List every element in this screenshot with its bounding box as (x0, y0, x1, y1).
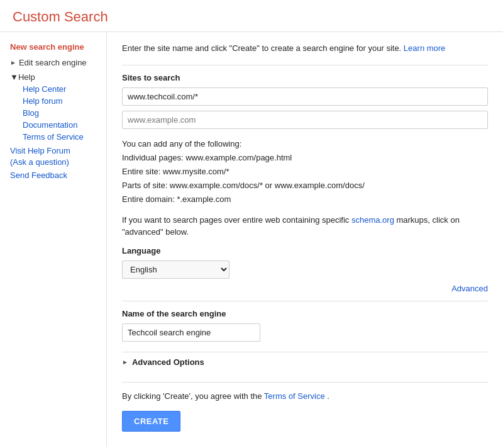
sidebar-item-help-center[interactable]: Help Center (23, 83, 106, 95)
name-section: Name of the search engine (122, 309, 488, 342)
create-button[interactable]: CREATE (122, 411, 180, 432)
chevron-right-icon-advanced: ► (122, 359, 128, 366)
schema-note: If you want to search pages over entire … (122, 214, 488, 238)
language-label: Language (122, 246, 488, 255)
header: Custom Search (0, 0, 503, 32)
sidebar-item-help-forum[interactable]: Help forum (23, 95, 106, 107)
tos-link[interactable]: Terms of Service (264, 391, 325, 401)
advanced-options-row[interactable]: ► Advanced Options (122, 352, 488, 372)
hint-line-2: Entire site: www.mysite.com/* (122, 165, 488, 179)
learn-more-link[interactable]: Learn more (404, 43, 445, 53)
sidebar: New search engine ► Edit search engine ▼… (0, 32, 107, 447)
name-input[interactable] (122, 323, 260, 342)
sites-input-placeholder[interactable] (122, 111, 488, 129)
sites-section-label: Sites to search (122, 73, 488, 82)
language-section: Language English Afrikaans Albanian Arab… (122, 246, 488, 279)
intro-text: Enter the site name and click "Create" t… (122, 42, 488, 55)
divider-3 (122, 382, 488, 383)
sidebar-item-terms-of-service[interactable]: Terms of Service (23, 131, 106, 143)
main-content: Enter the site name and click "Create" t… (107, 32, 503, 447)
hint-line-1: Individual pages: www.example.com/page.h… (122, 151, 488, 165)
sidebar-item-blog[interactable]: Blog (23, 107, 106, 119)
advanced-options-label: Advanced Options (132, 357, 204, 367)
chevron-right-icon: ► (10, 59, 16, 66)
app-title: Custom Search (13, 9, 108, 25)
sidebar-item-edit-engine[interactable]: ► Edit search engine (10, 57, 106, 69)
sidebar-item-send-feedback[interactable]: Send Feedback (10, 169, 106, 181)
sidebar-item-help[interactable]: ▼ Help (10, 71, 106, 83)
sidebar-item-edit-label: Edit search engine (19, 58, 87, 67)
hint-list: Individual pages: www.example.com/page.h… (122, 151, 488, 206)
advanced-link-row: Advanced (122, 284, 488, 293)
name-section-label: Name of the search engine (122, 309, 488, 318)
sites-input-filled[interactable] (122, 87, 488, 106)
language-select[interactable]: English Afrikaans Albanian Arabic Bulgar… (122, 260, 229, 279)
sidebar-help-submenu: Help Center Help forum Blog Documentatio… (10, 83, 106, 143)
divider-2 (122, 301, 488, 301)
page-layout: New search engine ► Edit search engine ▼… (0, 32, 503, 447)
hint-line-4: Entire domain: *.example.com (122, 193, 488, 206)
schema-link[interactable]: schema.org (351, 215, 394, 225)
sidebar-help-label-text: Help (18, 72, 35, 82)
sidebar-item-new-engine[interactable]: New search engine (10, 42, 106, 52)
advanced-link[interactable]: Advanced (451, 284, 488, 293)
divider-1 (122, 65, 488, 65)
hint-line-3: Parts of site: www.example.com/docs/* or… (122, 179, 488, 193)
sidebar-help-section: ▼ Help Help Center Help forum Blog Docum… (10, 71, 106, 143)
chevron-down-icon: ▼ (10, 72, 18, 82)
tos-row: By clicking 'Create', you agree with the… (122, 390, 488, 403)
sidebar-item-visit-forum[interactable]: Visit Help Forum (Ask a question) (10, 143, 106, 169)
tos-text-before: By clicking 'Create', you agree with the (122, 391, 262, 401)
tos-text-after: . (327, 391, 329, 401)
sidebar-item-documentation[interactable]: Documentation (23, 119, 106, 131)
hint-title: You can add any of the following: (122, 139, 488, 148)
